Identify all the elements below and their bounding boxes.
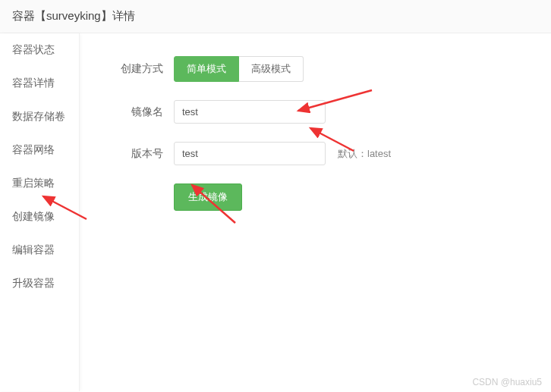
sidebar-item-status[interactable]: 容器状态 <box>0 33 79 67</box>
generate-image-button[interactable]: 生成镜像 <box>174 183 242 211</box>
version-hint: 默认：latest <box>338 147 391 161</box>
mode-simple-button[interactable]: 简单模式 <box>174 56 239 82</box>
sidebar-item-detail[interactable]: 容器详情 <box>0 67 79 100</box>
content-area: 创建方式 简单模式 高级模式 镜像名 版本号 默认：latest 生成镜像 <box>80 33 551 391</box>
sidebar: 容器状态 容器详情 数据存储卷 容器网络 重启策略 创建镜像 编辑容器 升级容器 <box>0 33 80 391</box>
row-submit: 生成镜像 <box>110 183 521 211</box>
label-create-mode: 创建方式 <box>110 62 163 76</box>
row-image-name: 镜像名 <box>110 100 521 124</box>
version-input[interactable] <box>174 142 326 165</box>
mode-button-group: 简单模式 高级模式 <box>174 56 304 82</box>
row-create-mode: 创建方式 简单模式 高级模式 <box>110 56 521 82</box>
sidebar-item-volume[interactable]: 数据存储卷 <box>0 100 79 133</box>
label-version: 版本号 <box>110 147 163 161</box>
page-header: 容器【surveyking】详情 <box>0 0 551 33</box>
row-version: 版本号 默认：latest <box>110 142 521 165</box>
sidebar-item-create-image[interactable]: 创建镜像 <box>0 200 79 234</box>
mode-advanced-button[interactable]: 高级模式 <box>239 56 304 82</box>
sidebar-item-upgrade[interactable]: 升级容器 <box>0 267 79 300</box>
sidebar-item-edit[interactable]: 编辑容器 <box>0 234 79 267</box>
image-name-input[interactable] <box>174 100 326 124</box>
page-title: 容器【surveyking】详情 <box>12 9 135 22</box>
main-container: 容器状态 容器详情 数据存储卷 容器网络 重启策略 创建镜像 编辑容器 升级容器… <box>0 33 551 391</box>
sidebar-item-network[interactable]: 容器网络 <box>0 133 79 167</box>
watermark: CSDN @huaxiu5 <box>472 377 542 387</box>
sidebar-item-restart[interactable]: 重启策略 <box>0 167 79 200</box>
label-image-name: 镜像名 <box>110 105 163 119</box>
